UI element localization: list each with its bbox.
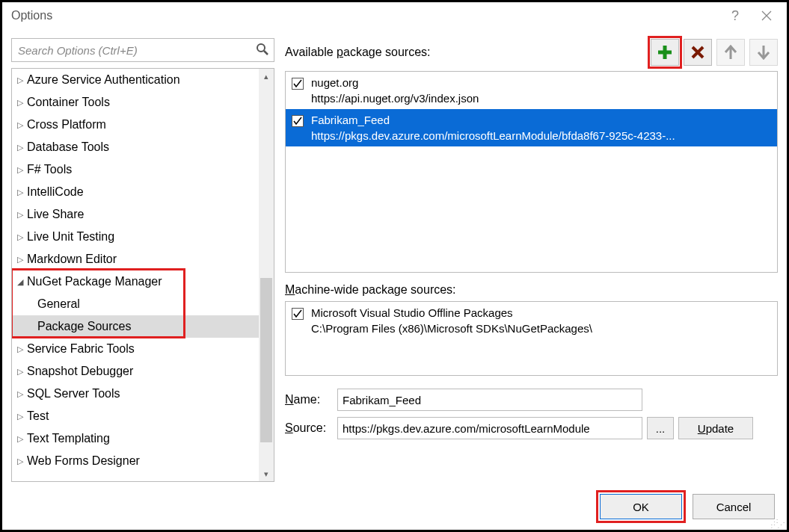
source-checkbox[interactable] xyxy=(292,115,304,127)
source-name: nuget.org xyxy=(311,75,479,90)
available-sources-label: Available package sources: xyxy=(285,46,431,59)
options-tree: ▷Azure Service Authentication ▷Container… xyxy=(11,68,274,482)
tree-scrollbar[interactable]: ▴ ▾ xyxy=(259,69,274,481)
ok-button[interactable]: OK xyxy=(600,494,682,519)
available-sources-list[interactable]: nuget.org https://api.nuget.org/v3/index… xyxy=(285,71,778,273)
x-icon xyxy=(690,45,705,60)
source-checkbox[interactable] xyxy=(292,78,304,90)
tree-item[interactable]: ▷IntelliCode xyxy=(12,181,259,203)
close-icon xyxy=(761,10,772,21)
tree-item-package-sources[interactable]: Package Sources xyxy=(12,315,259,338)
close-button[interactable] xyxy=(751,4,782,28)
plus-icon xyxy=(657,44,673,61)
expand-icon: ▷ xyxy=(15,210,25,220)
add-source-button[interactable] xyxy=(651,39,679,66)
expand-icon: ▷ xyxy=(15,344,25,354)
expand-icon: ▷ xyxy=(15,412,25,421)
left-panel: ▷Azure Service Authentication ▷Container… xyxy=(11,29,274,482)
collapse-icon: ◢ xyxy=(15,277,25,287)
tree-item[interactable]: ▷Test xyxy=(12,405,259,427)
move-up-button[interactable] xyxy=(716,39,745,66)
tree-item[interactable]: ▷Database Tools xyxy=(12,136,259,158)
browse-button[interactable]: ... xyxy=(647,417,674,439)
tree-item[interactable]: ▷Cross Platform xyxy=(12,114,259,136)
search-box[interactable] xyxy=(11,38,274,62)
expand-icon: ▷ xyxy=(15,389,25,399)
scroll-down-icon[interactable]: ▾ xyxy=(259,466,274,481)
name-input[interactable] xyxy=(337,389,642,411)
source-input[interactable] xyxy=(337,417,642,439)
tree-item-nuget[interactable]: ◢NuGet Package Manager xyxy=(12,270,259,293)
expand-icon: ▷ xyxy=(15,367,25,377)
tree-item[interactable]: ▷Container Tools xyxy=(12,91,259,114)
expand-icon: ▷ xyxy=(15,255,25,265)
arrow-down-icon xyxy=(757,45,770,60)
name-label: Name: xyxy=(285,393,337,406)
expand-icon: ▷ xyxy=(15,457,25,466)
tree-item-general[interactable]: General xyxy=(12,293,259,315)
dialog-button-row: OK Cancel xyxy=(600,494,775,519)
search-icon xyxy=(256,43,269,58)
source-item-offline[interactable]: Microsoft Visual Studio Offline Packages… xyxy=(286,302,777,339)
tree-item[interactable]: ▷SQL Server Tools xyxy=(12,383,259,405)
expand-icon: ▷ xyxy=(15,165,25,175)
tree-item[interactable]: ▷Web Forms Designer xyxy=(12,450,259,472)
tree-item[interactable]: ▷Snapshot Debugger xyxy=(12,360,259,383)
titlebar: Options ? xyxy=(2,2,787,29)
cancel-button[interactable]: Cancel xyxy=(693,494,775,519)
svg-point-0 xyxy=(257,44,265,52)
source-name: Microsoft Visual Studio Offline Packages xyxy=(311,305,592,321)
window-title: Options xyxy=(11,9,719,22)
machine-sources-list[interactable]: Microsoft Visual Studio Offline Packages… xyxy=(285,301,778,376)
source-url: https://pkgs.dev.azure.com/microsoftLear… xyxy=(311,128,675,143)
update-button[interactable]: Update xyxy=(678,417,753,439)
source-item-nuget[interactable]: nuget.org https://api.nuget.org/v3/index… xyxy=(286,72,777,109)
resize-grip[interactable]: ⋰⋰⋰ xyxy=(770,521,784,527)
help-button[interactable]: ? xyxy=(719,4,751,28)
source-url: https://api.nuget.org/v3/index.json xyxy=(311,90,479,106)
expand-icon: ▷ xyxy=(15,434,25,444)
expand-icon: ▷ xyxy=(15,75,25,85)
source-item-fabrikam[interactable]: Fabrikam_Feed https://pkgs.dev.azure.com… xyxy=(286,109,777,146)
scroll-up-icon[interactable]: ▴ xyxy=(259,69,274,84)
tree-item[interactable]: ▷Text Templating xyxy=(12,427,259,450)
machine-sources-label: Machine-wide package sources: xyxy=(285,283,778,297)
tree-item[interactable]: ▷Markdown Editor xyxy=(12,248,259,270)
tree-item[interactable]: ▷Live Share xyxy=(12,203,259,226)
expand-icon: ▷ xyxy=(15,120,25,130)
move-down-button[interactable] xyxy=(749,39,778,66)
scroll-thumb[interactable] xyxy=(260,278,272,442)
tree-item[interactable]: ▷Azure Service Authentication xyxy=(12,69,259,91)
source-checkbox[interactable] xyxy=(292,308,304,320)
arrow-up-icon xyxy=(724,45,737,60)
expand-icon: ▷ xyxy=(15,98,25,108)
source-name: Fabrikam_Feed xyxy=(311,112,675,128)
source-label: Source: xyxy=(285,421,337,435)
tree-item[interactable]: ▷Service Fabric Tools xyxy=(12,338,259,360)
tree-item[interactable]: ▷F# Tools xyxy=(12,158,259,181)
expand-icon: ▷ xyxy=(15,143,25,152)
expand-icon: ▷ xyxy=(15,188,25,197)
right-panel: Available package sources: xyxy=(285,29,778,482)
remove-source-button[interactable] xyxy=(684,39,712,66)
source-url: C:\Program Files (x86)\Microsoft SDKs\Nu… xyxy=(311,321,592,336)
tree-item[interactable]: ▷Live Unit Testing xyxy=(12,226,259,248)
search-input[interactable] xyxy=(12,39,274,61)
expand-icon: ▷ xyxy=(15,232,25,242)
